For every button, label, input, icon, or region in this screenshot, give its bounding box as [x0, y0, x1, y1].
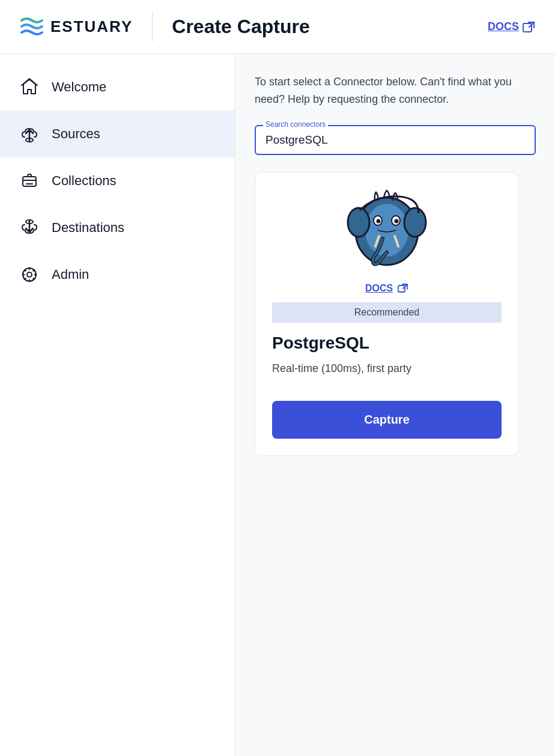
content-description: To start select a Connector below. Can't… — [255, 73, 536, 108]
sidebar-item-welcome-label: Welcome — [52, 79, 106, 95]
logo-text: ESTUARY — [50, 17, 133, 36]
recommended-badge: Recommended — [272, 302, 502, 323]
svg-point-11 — [377, 219, 381, 223]
svg-point-14 — [404, 208, 426, 237]
postgresql-logo — [342, 189, 432, 273]
svg-point-13 — [348, 208, 369, 237]
connector-description: Real-time (100ms), first party — [272, 360, 502, 377]
sources-icon — [19, 124, 40, 144]
page-title: Create Capture — [172, 16, 473, 38]
home-icon — [19, 77, 40, 97]
sidebar: Welcome Sources Collections — [0, 54, 235, 756]
estuary-logo-icon — [19, 16, 44, 38]
connector-name: PostgreSQL — [272, 334, 502, 353]
sidebar-item-collections-label: Collections — [52, 173, 117, 189]
sidebar-item-sources[interactable]: Sources — [0, 111, 235, 157]
docs-header-label: DOCS — [488, 20, 519, 33]
docs-header-link[interactable]: DOCS — [488, 20, 536, 34]
svg-point-12 — [395, 219, 399, 223]
sidebar-item-sources-label: Sources — [52, 126, 100, 142]
search-container: Search connectors — [255, 125, 536, 155]
search-label: Search connectors — [263, 120, 328, 129]
svg-point-8 — [365, 204, 408, 257]
sidebar-item-admin-label: Admin — [52, 267, 89, 282]
capture-button[interactable]: Capture — [272, 401, 502, 439]
svg-point-6 — [27, 272, 32, 277]
sidebar-item-destinations[interactable]: Destinations — [0, 204, 235, 251]
external-link-icon — [523, 20, 536, 34]
sidebar-item-welcome[interactable]: Welcome — [0, 64, 235, 111]
app-header: ESTUARY Create Capture DOCS — [0, 0, 555, 54]
svg-rect-3 — [23, 177, 36, 186]
admin-icon — [19, 264, 40, 285]
logo-area: ESTUARY — [19, 16, 133, 38]
search-input[interactable] — [265, 131, 525, 147]
content-area: To start select a Connector below. Can't… — [235, 54, 555, 756]
connector-card: DOCS Recommended PostgreSQL Real-time (1… — [255, 172, 519, 457]
card-docs-label: DOCS — [365, 283, 393, 294]
card-external-link-icon — [398, 283, 408, 294]
collections-icon — [19, 171, 40, 191]
header-divider — [152, 13, 153, 41]
main-layout: Welcome Sources Collections — [0, 54, 555, 756]
card-docs-link[interactable]: DOCS — [272, 283, 502, 294]
svg-rect-15 — [398, 285, 405, 292]
destinations-icon — [19, 218, 40, 238]
sidebar-item-destinations-label: Destinations — [52, 220, 124, 236]
sidebar-item-collections[interactable]: Collections — [0, 157, 235, 204]
card-logo-area — [272, 189, 502, 273]
svg-rect-0 — [523, 23, 532, 32]
sidebar-item-admin[interactable]: Admin — [0, 251, 235, 298]
